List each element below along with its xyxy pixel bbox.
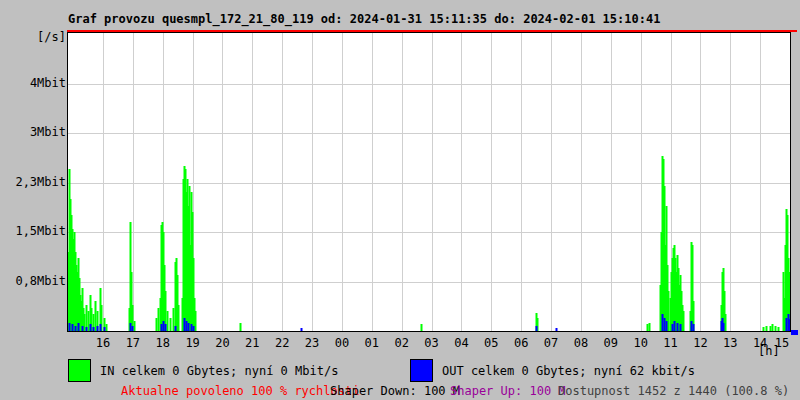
spike-out (693, 324, 695, 331)
spike-in (647, 324, 649, 331)
x-tick-label: 11 (658, 336, 684, 350)
spike-out (664, 318, 666, 331)
x-tick-label: 21 (239, 336, 265, 350)
y-tick-label: 1,5Mbit (4, 224, 66, 238)
spike-in (668, 291, 670, 331)
x-tick-label: 23 (299, 336, 325, 350)
spike-out (82, 326, 84, 331)
spike-out (175, 326, 177, 331)
spike-out (672, 324, 674, 331)
status-row: Aktualne povoleno 100 % rychlosti Shaper… (0, 384, 800, 400)
spike-in (683, 311, 685, 331)
x-tick-label: 20 (209, 336, 235, 350)
y-tick-label: 2,3Mbit (4, 175, 66, 189)
in-legend-label: IN celkem 0 Gbytes; nyní 0 Mbit/s (100, 364, 338, 378)
availability-status: Dostupnost 1452 z 1440 (100.8 %) (558, 384, 789, 398)
spike-out (723, 323, 725, 331)
spike-in (725, 314, 727, 331)
spike-out (93, 327, 95, 331)
spike-out (130, 323, 132, 331)
plot-svg (68, 33, 790, 331)
spike-in (240, 323, 242, 331)
x-tick-label: 04 (448, 336, 474, 350)
y-tick-label: 3Mbit (4, 125, 66, 139)
spike-out (86, 327, 88, 331)
x-tick-label: 02 (389, 336, 415, 350)
spike-out (536, 326, 538, 331)
spike-out (666, 321, 668, 331)
in-legend-swatch (68, 359, 91, 382)
spike-in (156, 318, 158, 331)
spike-out (163, 321, 165, 331)
graph-title: Graf provozu quesmpl_172_21_80_119 od: 2… (68, 12, 660, 26)
spike-in (88, 311, 90, 331)
allowed-speed-status: Aktualne povoleno 100 % rychlosti (121, 384, 359, 398)
spike-in (770, 326, 772, 331)
spike-out (132, 326, 134, 331)
spike-out (90, 324, 92, 331)
plot-area (67, 32, 791, 332)
x-tick-label: 01 (359, 336, 385, 350)
x-tick-label: 08 (568, 336, 594, 350)
x-tick-label: 12 (687, 336, 713, 350)
out-axis-marker (791, 330, 798, 335)
shaper-down-status: Shaper Down: 100 M (330, 384, 460, 398)
spike-out (786, 318, 788, 331)
y-tick-label: 0,8Mbit (4, 274, 66, 288)
spike-out (662, 314, 664, 331)
spike-in (170, 318, 172, 331)
x-tick-label: 00 (329, 336, 355, 350)
x-tick-label: 17 (120, 336, 146, 350)
spike-in (178, 305, 180, 331)
y-tick-label: 4Mbit (4, 76, 66, 90)
x-tick-label: 07 (538, 336, 564, 350)
spike-out (78, 323, 80, 331)
spike-out (674, 321, 676, 331)
y-axis-unit-label: [/s] (4, 30, 66, 44)
spike-in (772, 324, 774, 331)
x-tick-label: 16 (90, 336, 116, 350)
spike-in (649, 323, 651, 331)
spike-in (95, 301, 97, 331)
spike-in (106, 324, 108, 331)
spike-out (301, 328, 303, 331)
spike-out (165, 324, 167, 331)
spike-out (97, 326, 99, 331)
spike-out (186, 321, 188, 331)
spike-in (195, 311, 197, 331)
x-tick-label: 03 (419, 336, 445, 350)
spike-out (193, 326, 195, 331)
spike-out (100, 324, 102, 331)
out-legend-swatch (410, 359, 433, 382)
x-tick-label: 06 (508, 336, 534, 350)
x-tick-label: 10 (628, 336, 654, 350)
spike-out (191, 324, 193, 331)
x-tick-label: 22 (269, 336, 295, 350)
spike-in (134, 321, 136, 331)
spike-in (766, 326, 768, 331)
spike-in (421, 324, 423, 331)
spike-out (680, 324, 682, 331)
spike-in (84, 314, 86, 331)
x-tick-label: 19 (180, 336, 206, 350)
spike-in (173, 308, 175, 331)
traffic-graph-screen: Graf provozu quesmpl_172_21_80_119 od: 2… (0, 0, 800, 400)
spike-out (161, 324, 163, 331)
spike-in (763, 327, 765, 331)
x-tick-label: 18 (150, 336, 176, 350)
x-tick-label: 05 (478, 336, 504, 350)
x-axis-unit-label: [h] (758, 344, 780, 358)
spike-out (556, 328, 558, 331)
x-tick-label: 09 (598, 336, 624, 350)
spike-in (158, 308, 160, 331)
spike-out (75, 326, 77, 331)
spike-out (188, 323, 190, 331)
shaper-up-status: Shaper Up: 100 M (450, 384, 566, 398)
spike-out (72, 324, 74, 331)
spike-out (104, 327, 106, 331)
spike-out (788, 319, 790, 331)
spike-in (775, 326, 777, 331)
spike-out (184, 318, 186, 331)
spike-out (677, 323, 679, 331)
spike-in (167, 311, 169, 331)
